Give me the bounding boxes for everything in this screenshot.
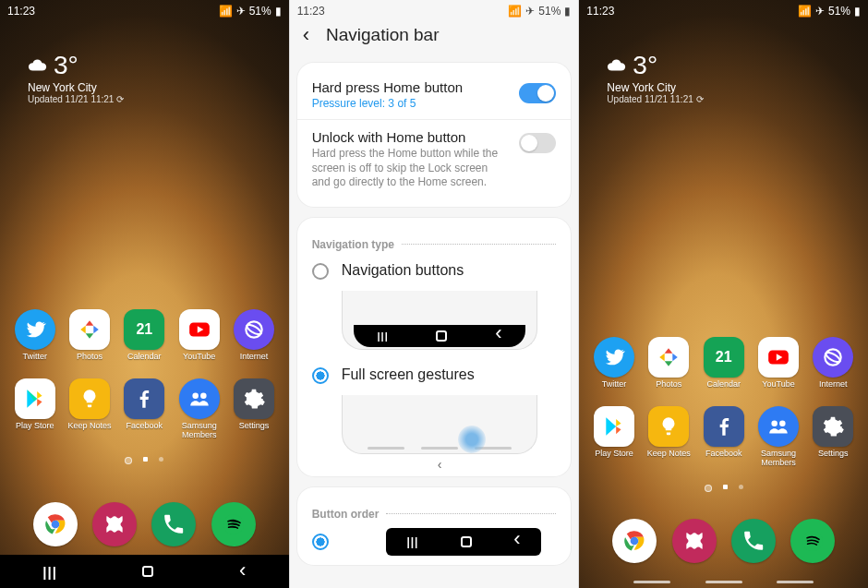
page-indicator[interactable] (579, 485, 868, 492)
svg-point-4 (200, 393, 207, 400)
weather-widget[interactable]: 3° New York City Updated 11/21 11:21⟳ (607, 51, 703, 104)
section-btnorder-label: Button order (297, 495, 572, 524)
calendar-icon: 21 (124, 309, 164, 350)
dock-gallery[interactable] (89, 502, 140, 549)
twitter-icon (594, 337, 634, 378)
weather-city: New York City (607, 81, 703, 94)
toggle-unlockhome[interactable] (519, 133, 556, 153)
chrome-icon (33, 502, 78, 546)
dot-current (723, 485, 728, 489)
settings-screen: 11:23 📶✈51%▮ ‹ Navigation bar Hard press… (289, 0, 579, 588)
status-bar: 11:23 📶✈51%▮ (290, 0, 579, 22)
dock-chrome[interactable] (30, 502, 81, 549)
radio-gestures[interactable] (312, 367, 329, 384)
preview-btnorder[interactable] (386, 528, 542, 556)
back-icon (495, 330, 501, 342)
home-screen-gestures: 11:23 📶✈51%▮ 3° New York City Updated 11… (578, 0, 868, 588)
app-twitter[interactable]: Twitter (588, 337, 640, 390)
app-photos[interactable]: Photos (643, 337, 694, 390)
dot-home (125, 457, 132, 464)
weather-widget[interactable]: 3° New York City Updated 11/21 11:21⟳ (28, 51, 124, 104)
internet-icon (813, 337, 853, 378)
dock-spotify[interactable] (208, 502, 259, 549)
dock-chrome[interactable] (609, 519, 660, 566)
status-bar: 11:23 📶✈51%▮ (579, 0, 868, 22)
dock-phone[interactable] (148, 502, 199, 549)
navigation-type-card: Navigation type Navigation buttons Full … (297, 218, 572, 476)
app-youtube[interactable]: YouTube (753, 337, 804, 390)
home-screen-navbuttons: 11:23 📶✈51%▮ 3° New York City Updated 11… (0, 0, 289, 588)
status-indicators: 📶✈51%▮ (798, 5, 861, 18)
preview-navbuttons (342, 291, 538, 350)
weather-updated: Updated 11/21 11:21 (28, 94, 114, 104)
gesture-hint-back[interactable] (777, 581, 814, 583)
app-playstore[interactable]: Play Store (9, 378, 61, 440)
app-grid: Twitter Photos 21Calendar YouTube Intern… (579, 337, 868, 468)
radio-navbuttons[interactable] (312, 263, 329, 280)
app-facebook[interactable]: Facebook (118, 378, 170, 440)
app-facebook[interactable]: Facebook (698, 406, 750, 468)
app-members[interactable]: Samsung Members (753, 406, 804, 468)
app-youtube[interactable]: YouTube (174, 309, 225, 362)
spotify-icon (790, 519, 835, 563)
home-icon (461, 536, 472, 547)
app-internet[interactable]: Internet (807, 337, 859, 390)
dock-gallery[interactable] (669, 519, 720, 566)
gesture-hint-arrow: ‹ (343, 457, 537, 472)
app-calendar[interactable]: 21Calendar (118, 309, 170, 362)
option-navbuttons[interactable]: Navigation buttons (297, 255, 572, 287)
home-button[interactable] (142, 566, 153, 577)
photos-icon (69, 309, 110, 350)
app-playstore[interactable]: Play Store (588, 406, 640, 468)
dot-more (739, 485, 743, 489)
row-hardpress[interactable]: Hard press Home button Pressure level: 3… (297, 70, 572, 119)
status-indicators: 📶✈51%▮ (508, 5, 571, 18)
chrome-icon (612, 519, 657, 563)
gesture-hint-recents[interactable] (633, 581, 670, 583)
refresh-icon[interactable]: ⟳ (116, 94, 124, 104)
app-members[interactable]: Samsung Members (174, 378, 225, 440)
nav-bar-gestures[interactable] (579, 575, 868, 588)
svg-point-12 (771, 421, 778, 427)
app-settings[interactable]: Settings (807, 406, 859, 468)
recents-button[interactable] (42, 564, 57, 580)
youtube-icon (758, 337, 799, 378)
home-button-card: Hard press Home button Pressure level: 3… (297, 63, 572, 207)
page-indicator[interactable] (0, 457, 289, 464)
settings-icon (234, 378, 274, 419)
svg-point-3 (192, 393, 199, 400)
dock-spotify[interactable] (787, 519, 838, 566)
toggle-hardpress[interactable] (519, 83, 556, 103)
option-gestures[interactable]: Full screen gestures (297, 359, 572, 391)
app-twitter[interactable]: Twitter (9, 309, 61, 362)
dock (579, 519, 868, 566)
status-time: 11:23 (7, 5, 35, 18)
gesture-hint-home[interactable] (705, 581, 742, 583)
weather-updated: Updated 11/21 11:21 (607, 94, 693, 104)
calendar-icon: 21 (704, 337, 744, 378)
app-photos[interactable]: Photos (64, 309, 115, 362)
status-time: 11:23 (297, 5, 325, 18)
dock-phone[interactable] (728, 519, 779, 566)
app-settings[interactable]: Settings (228, 378, 280, 440)
playstore-icon (594, 406, 634, 447)
settings-icon (813, 406, 853, 447)
app-internet[interactable]: Internet (228, 309, 280, 362)
section-navtype-label: Navigation type (297, 225, 572, 255)
status-indicators: 📶✈51%▮ (219, 5, 282, 18)
app-keepnotes[interactable]: Keep Notes (64, 378, 115, 440)
status-bar: 11:23 📶✈51%▮ (0, 0, 289, 22)
row-unlockhome[interactable]: Unlock with Home button Hard press the H… (297, 119, 572, 199)
playstore-icon (15, 378, 55, 419)
refresh-icon[interactable]: ⟳ (696, 94, 704, 104)
weather-temp: 3° (54, 51, 78, 80)
app-calendar[interactable]: 21Calendar (698, 337, 750, 390)
cloud-icon (607, 58, 627, 73)
gallery-icon (672, 519, 717, 563)
back-icon[interactable]: ‹ (303, 23, 309, 47)
app-keepnotes[interactable]: Keep Notes (643, 406, 694, 468)
back-button[interactable] (239, 564, 246, 580)
radio-order1[interactable] (312, 534, 329, 550)
gallery-icon (92, 502, 137, 546)
keepnotes-icon (648, 406, 689, 447)
